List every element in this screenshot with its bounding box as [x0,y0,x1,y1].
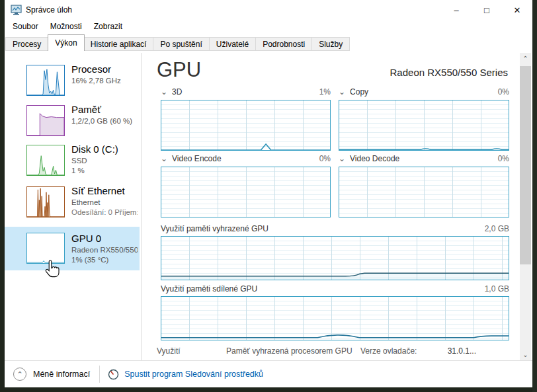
chevron-down-icon[interactable]: ⌄ [161,87,167,97]
maximize-button[interactable]: □ [472,0,502,20]
tab-procesy[interactable]: Procesy [5,37,48,51]
tab-strip: Procesy Výkon Historie aplikací Po spušt… [5,34,532,51]
sidebar-cpu-name: Procesor [71,62,138,76]
chart-dedicated-memory [161,236,509,280]
disk-sparkline [26,145,65,176]
chart-value-shared-memory: 1,0 GB [485,284,509,294]
sidebar-divider [141,53,142,360]
sidebar-gpu-name: GPU 0 [71,231,138,245]
sidebar-disk-stats: 1 % [71,166,138,176]
stat-driver-value: 31.0.1... [448,346,476,356]
scrollbar-thumb[interactable] [520,66,531,264]
sidebar-disk-type: SSD [71,156,138,166]
chart-header-3d: ⌄3D 1% [161,87,331,98]
sidebar-item-cpu[interactable]: Procesor 16% 2,78 GHz [5,62,140,100]
desktop: Správce úloh – □ ✕ Soubor Možnosti Zobra… [0,0,537,392]
sidebar-memory-stats: 1,2/2,0 GB (60 %) [71,116,138,126]
chart-video-encode [161,167,331,217]
mouse-cursor-hand [44,259,60,279]
sidebar-item-disk[interactable]: Disk 0 (C:) SSD 1 % [5,142,140,183]
window-title: Správce úloh [26,5,72,15]
chart-value-video-encode: 0% [319,154,331,163]
sidebar-cpu-stats: 16% 2,78 GHz [71,76,138,86]
chart-video-decode [339,167,509,217]
tab-historie-aplikaci[interactable]: Historie aplikací [84,37,154,51]
chevron-down-icon[interactable]: ⌄ [339,87,345,97]
network-sparkline [26,186,65,217]
resource-monitor-label: Spustit program Sledování prostředků [124,370,263,379]
chart-label-video-encode: Video Encode [172,154,222,163]
title-bar[interactable]: Správce úloh – □ ✕ [5,0,532,20]
menu-soubor[interactable]: Soubor [7,20,44,34]
chart-label-shared-memory: Využití paměti sdílené GPU [161,284,257,294]
desktop-background-bottom [0,387,537,392]
task-manager-icon [11,5,22,15]
chart-header-dedicated-memory: Využití paměti vyhrazené GPU 2,0 GB [161,224,509,235]
chevron-up-circle-icon: ⌃ [13,368,26,381]
chart-header-copy: ⌄Copy 0% [339,87,509,98]
chart-copy [339,100,509,151]
task-manager-window: Správce úloh – □ ✕ Soubor Možnosti Zobra… [5,0,532,387]
less-info-label: Méně informací [33,370,90,379]
chart-header-shared-memory: Využití paměti sdílené GPU 1,0 GB [161,284,509,295]
footer-bar: ⌃ Méně informací Spustit program Sledová… [5,360,532,387]
chevron-down-icon[interactable]: ⌄ [339,154,345,163]
tab-sluzby[interactable]: Služby [312,37,350,51]
cpu-sparkline [26,65,65,96]
chart-3d [161,100,331,151]
chart-label-video-decode: Video Decode [350,154,399,163]
footer-divider [99,366,100,383]
chart-label-copy: Copy [350,87,368,97]
chart-header-video-decode: ⌄Video Decode 0% [339,154,509,165]
sidebar-network-type: Ethernet [71,198,138,208]
vertical-scrollbar[interactable]: ⌃ ⌄ [520,53,531,360]
desktop-background-right [532,0,537,392]
chart-value-3d: 1% [319,87,331,97]
stat-driver-label: Verze ovladače: [360,346,417,356]
sidebar-disk-name: Disk 0 (C:) [71,142,138,156]
chart-value-dedicated-memory: 2,0 GB [485,224,509,233]
sidebar-item-gpu[interactable]: GPU 0 Radeon RX550/550... 1% (35 °C) [5,227,140,270]
stat-usage-label: Využití [157,346,181,356]
menu-bar: Soubor Možnosti Zobrazit [5,20,532,34]
sidebar-memory-name: Paměť [71,102,138,116]
resource-monitor-link[interactable]: Spustit program Sledování prostředků [108,369,263,380]
chevron-down-icon[interactable]: ⌄ [161,154,167,163]
tab-podrobnosti[interactable]: Podrobnosti [256,37,312,51]
page-title: GPU [157,58,201,82]
memory-sparkline [26,105,65,136]
tab-vykon[interactable]: Výkon [48,34,84,51]
sidebar-item-memory[interactable]: Paměť 1,2/2,0 GB (60 %) [5,102,140,141]
sidebar-network-stats: Odesílání: 0 Příjem: 0 kb [71,208,138,217]
scroll-up-icon[interactable]: ⌃ [520,53,531,64]
sidebar-gpu-stats: 1% (35 °C) [71,255,138,265]
minimize-button[interactable]: – [441,0,472,20]
chart-label-dedicated-memory: Využití paměti vyhrazené GPU [161,224,268,233]
resource-monitor-icon [108,369,119,380]
sidebar-network-name: Síť Ethernet [71,184,138,198]
menu-zobrazit[interactable]: Zobrazit [88,20,128,34]
gpu-model-subtitle: Radeon RX550/550 Series [390,67,508,78]
chart-shared-memory [161,296,509,340]
chart-header-video-encode: ⌄Video Encode 0% [161,154,331,165]
sidebar-item-network[interactable]: Síť Ethernet Ethernet Odesílání: 0 Příje… [5,184,140,226]
stats-row: Využití Paměť vyhrazená procesorem GPU V… [157,346,509,358]
tab-po-spusteni[interactable]: Po spuštění [153,37,209,51]
close-button[interactable]: ✕ [502,0,532,20]
chart-value-video-decode: 0% [498,154,509,163]
stat-cpu-memory-label: Paměť vyhrazená procesorem GPU [226,346,352,356]
menu-moznosti[interactable]: Možnosti [44,20,88,34]
chart-value-copy: 0% [498,87,509,97]
scroll-down-icon[interactable]: ⌄ [520,349,531,360]
less-info-button[interactable]: ⌃ Méně informací [13,368,90,381]
window-controls: – □ ✕ [441,0,532,20]
chart-label-3d: 3D [172,87,182,97]
tab-uzivatele[interactable]: Uživatelé [210,37,256,51]
sidebar-gpu-model: Radeon RX550/550... [71,245,138,255]
